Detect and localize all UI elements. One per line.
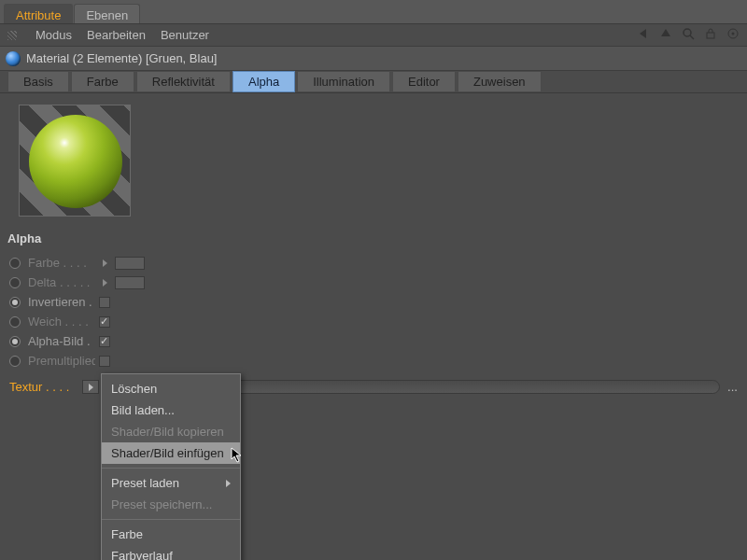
menu-modus[interactable]: Modus [35,28,72,42]
preview-sphere [29,115,122,208]
param-weich: Weich . . . . [9,312,740,331]
search-icon[interactable] [682,27,695,43]
svg-rect-2 [707,33,714,38]
param-delta: Delta . . . . . [9,273,740,292]
menu-bar: Modus Bearbeiten Benutzer [0,24,747,47]
param-label: Delta [28,275,56,289]
animkey-icon[interactable] [9,258,21,269]
chevron-right-icon [89,384,93,391]
textur-label: Textur [9,380,42,394]
tab-attribute[interactable]: Attribute [4,4,73,23]
material-sphere-icon [6,51,21,66]
browse-button[interactable]: ... [726,380,740,394]
checkbox[interactable] [99,356,110,367]
menu-bearbeiten[interactable]: Bearbeiten [87,28,146,42]
tab-zuweisen[interactable]: Zuweisen [458,71,542,92]
animkey-icon[interactable] [9,277,21,288]
param-label: Farbe [28,256,60,270]
menu-item-bild-laden[interactable]: Bild laden... [102,399,240,421]
param-list: Farbe . . . . Delta . . . . . Invertiere… [0,249,747,374]
object-title-row: Material (2 Elemente) [Gruen, Blau] [0,47,747,71]
param-label: Alpha-Bild [28,334,83,348]
target-icon[interactable] [726,27,740,43]
param-label: Invertieren [28,295,85,309]
tab-alpha[interactable]: Alpha [233,71,295,92]
svg-point-0 [684,29,691,36]
tab-reflektivitaet[interactable]: Reflektivität [136,71,231,92]
chevron-right-icon[interactable] [103,279,107,287]
textur-popup-menu: Löschen Bild laden... Shader/Bild kopier… [101,373,241,560]
lock-icon[interactable] [704,27,717,43]
tab-editor[interactable]: Editor [392,71,456,92]
tab-layers[interactable]: Ebenen [74,4,140,23]
menu-item-preset-speichern: Preset speichern... [102,494,240,515]
panel-tabs: Attribute Ebenen [0,0,747,24]
color-swatch[interactable] [115,276,145,289]
menu-item-farbverlauf[interactable]: Farbverlauf [102,545,240,560]
grip-icon[interactable] [7,31,17,40]
property-tabs: Basis Farbe Reflektivität Alpha Illumina… [0,71,747,93]
param-farbe: Farbe . . . . [9,253,740,273]
checkbox[interactable] [99,297,110,308]
menu-separator [102,519,240,520]
animkey-icon[interactable] [9,297,21,308]
tab-basis[interactable]: Basis [7,71,69,92]
textur-menu-button[interactable] [82,380,99,394]
menu-benutzer[interactable]: Benutzer [161,28,209,42]
menu-item-preset-laden[interactable]: Preset laden [102,472,240,494]
svg-point-4 [732,33,735,35]
checkbox[interactable] [99,336,110,347]
menu-item-shader-einfuegen[interactable]: Shader/Bild einfügen [102,442,240,464]
menu-item-loeschen[interactable]: Löschen [102,378,240,399]
chevron-right-icon [226,480,231,487]
param-premultiplied: Premultiplied [9,351,740,371]
menu-separator [102,468,240,469]
preview-area [0,93,747,228]
animkey-icon[interactable] [9,316,21,328]
menu-item-farbe[interactable]: Farbe [102,524,240,545]
section-heading: Alpha [0,228,747,249]
tab-farbe[interactable]: Farbe [71,71,134,92]
color-swatch[interactable] [115,257,145,270]
svg-line-1 [690,35,694,39]
param-label: Premultiplied [28,354,95,368]
param-label: Weich [28,315,62,329]
nav-up-icon[interactable] [659,27,672,43]
tab-illumination[interactable]: Illumination [297,71,390,92]
param-invertieren: Invertieren . [9,292,740,312]
animkey-icon[interactable] [9,356,21,367]
material-preview[interactable] [19,105,131,217]
nav-back-icon[interactable] [637,27,650,43]
param-alphabild: Alpha-Bild . [9,331,740,351]
chevron-right-icon[interactable] [103,259,107,267]
menu-item-shader-kopieren: Shader/Bild kopieren [102,421,240,442]
animkey-icon[interactable] [9,336,21,347]
checkbox[interactable] [99,316,110,328]
object-title: Material (2 Elemente) [Gruen, Blau] [26,51,217,65]
